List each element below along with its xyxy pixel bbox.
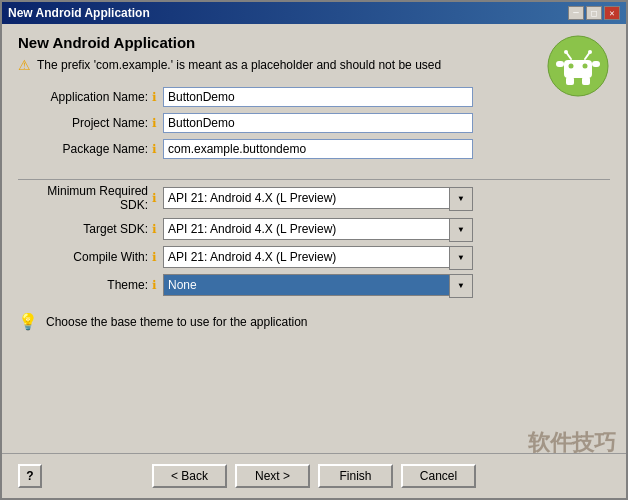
compile-info-icon: ℹ (152, 250, 157, 264)
target-sdk-dropdown-wrapper: API 21: Android 4.X (L Preview) (163, 218, 473, 240)
app-name-row: Application Name: ℹ (18, 87, 610, 107)
app-name-info-icon: ℹ (152, 90, 157, 104)
form-area: Application Name: ℹ Project Name: ℹ Pack… (18, 87, 610, 159)
theme-select[interactable]: None (163, 274, 473, 296)
app-name-label: Application Name: ℹ (18, 90, 163, 104)
svg-rect-1 (564, 60, 592, 78)
svg-rect-9 (582, 77, 590, 85)
back-button[interactable]: < Back (152, 464, 227, 488)
theme-label: Theme: ℹ (18, 278, 163, 292)
close-button[interactable]: ✕ (604, 6, 620, 20)
svg-rect-11 (592, 61, 600, 67)
min-sdk-info-icon: ℹ (152, 191, 157, 205)
dropdown-area: Minimum Required SDK: ℹ API 21: Android … (18, 184, 610, 296)
svg-point-3 (583, 64, 588, 69)
cancel-button[interactable]: Cancel (401, 464, 476, 488)
page-title: New Android Application (18, 34, 610, 51)
main-window: New Android Application ─ □ ✕ (0, 0, 628, 500)
title-bar: New Android Application ─ □ ✕ (2, 2, 626, 24)
package-name-input[interactable] (163, 139, 473, 159)
project-name-row: Project Name: ℹ (18, 113, 610, 133)
min-sdk-row: Minimum Required SDK: ℹ API 21: Android … (18, 184, 610, 212)
info-text: The prefix 'com.example.' is meant as a … (37, 58, 441, 72)
compile-dropdown-wrapper: API 21: Android 4.X (L Preview) (163, 246, 473, 268)
window-controls: ─ □ ✕ (568, 6, 620, 20)
compile-select[interactable]: API 21: Android 4.X (L Preview) (163, 246, 473, 268)
next-button[interactable]: Next > (235, 464, 310, 488)
package-name-label: Package Name: ℹ (18, 142, 163, 156)
svg-point-2 (569, 64, 574, 69)
bottom-button-area: ? < Back Next > Finish Cancel (2, 453, 626, 488)
hint-row: 💡 Choose the base theme to use for the a… (18, 312, 610, 331)
min-sdk-dropdown-wrapper: API 21: Android 4.X (L Preview) (163, 187, 473, 209)
hint-bulb-icon: 💡 (18, 312, 38, 331)
package-name-info-icon: ℹ (152, 142, 157, 156)
target-sdk-label: Target SDK: ℹ (18, 222, 163, 236)
app-name-input[interactable] (163, 87, 473, 107)
content-area: New Android Application ⚠ The prefix 'co… (2, 24, 626, 498)
project-name-label: Project Name: ℹ (18, 116, 163, 130)
finish-button[interactable]: Finish (318, 464, 393, 488)
project-name-input[interactable] (163, 113, 473, 133)
window-title: New Android Application (8, 6, 150, 20)
compile-row: Compile With: ℹ API 21: Android 4.X (L P… (18, 246, 610, 268)
target-sdk-info-icon: ℹ (152, 222, 157, 236)
target-sdk-row: Target SDK: ℹ API 21: Android 4.X (L Pre… (18, 218, 610, 240)
target-sdk-select[interactable]: API 21: Android 4.X (L Preview) (163, 218, 473, 240)
theme-info-icon: ℹ (152, 278, 157, 292)
info-bar: ⚠ The prefix 'com.example.' is meant as … (18, 57, 610, 73)
svg-rect-10 (556, 61, 564, 67)
theme-row: Theme: ℹ None (18, 274, 610, 296)
warning-icon: ⚠ (18, 57, 31, 73)
project-name-info-icon: ℹ (152, 116, 157, 130)
theme-dropdown-wrapper: None (163, 274, 473, 296)
package-name-row: Package Name: ℹ (18, 139, 610, 159)
minimize-button[interactable]: ─ (568, 6, 584, 20)
compile-label: Compile With: ℹ (18, 250, 163, 264)
svg-point-6 (564, 50, 568, 54)
min-sdk-label: Minimum Required SDK: ℹ (18, 184, 163, 212)
restore-button[interactable]: □ (586, 6, 602, 20)
svg-rect-8 (566, 77, 574, 85)
svg-point-7 (588, 50, 592, 54)
separator-1 (18, 179, 610, 180)
help-button[interactable]: ? (18, 464, 42, 488)
min-sdk-select[interactable]: API 21: Android 4.X (L Preview) (163, 187, 473, 209)
hint-text: Choose the base theme to use for the app… (46, 315, 308, 329)
android-logo (546, 34, 610, 98)
